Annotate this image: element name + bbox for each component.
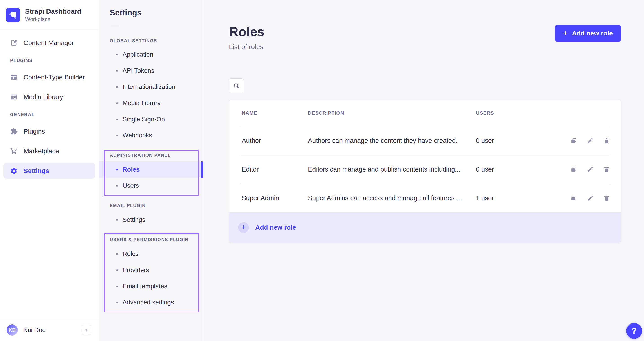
subnav-item-application[interactable]: Application — [99, 46, 203, 63]
subnav-item-label: Single Sign-On — [122, 116, 165, 123]
settings-gear-icon — [10, 167, 18, 175]
table-row-author[interactable]: Author Authors can manage the content th… — [229, 126, 621, 155]
edit-button[interactable] — [587, 195, 594, 202]
role-users-count: 1 user — [476, 194, 561, 202]
bullet-icon — [116, 286, 118, 287]
role-name: Author — [242, 137, 308, 144]
subnav-item-media-library[interactable]: Media Library — [99, 95, 203, 111]
main-content: Roles List of roles + Add new role NAME … — [203, 0, 644, 341]
sidebar-item-content-type-builder[interactable]: Content-Type Builder — [3, 69, 95, 85]
sidebar-item-label: Media Library — [24, 94, 63, 101]
roles-table-card: NAME DESCRIPTION USERS Author Authors ca… — [229, 100, 621, 243]
delete-button[interactable] — [603, 195, 610, 202]
column-header-users: USERS — [476, 110, 561, 116]
subnav-section-administration-panel: ADMINISTRATION PANEL — [99, 152, 203, 158]
content-type-builder-icon — [10, 74, 18, 81]
subnav-item-api-tokens[interactable]: API Tokens — [99, 63, 203, 79]
subnav-item-label: Email templates — [122, 283, 167, 290]
page-heading-block: Roles List of roles — [229, 25, 264, 51]
edit-button[interactable] — [587, 166, 594, 173]
duplicate-icon — [570, 166, 577, 173]
workspace-name: Workplace — [25, 16, 81, 22]
add-new-role-label: Add new role — [572, 30, 613, 37]
role-description: Authors can manage the content they have… — [308, 137, 476, 144]
sidebar-item-label: Settings — [24, 167, 49, 175]
settings-subnav: Settings GLOBAL SETTINGS Application API… — [99, 0, 203, 341]
add-new-role-button[interactable]: + Add new role — [555, 25, 621, 42]
subnav-item-email-settings[interactable]: Settings — [99, 212, 203, 228]
edit-button[interactable] — [587, 137, 594, 144]
user-name: Kai Doe — [23, 326, 46, 334]
sidebar-footer: KD Kai Doe — [0, 318, 98, 341]
delete-button[interactable] — [603, 137, 610, 144]
table-row-super-admin[interactable]: Super Admin Super Admins can access and … — [229, 184, 621, 212]
row-actions — [561, 166, 610, 173]
sidebar-item-plugins[interactable]: Plugins — [3, 124, 95, 139]
sidebar-item-media-library[interactable]: Media Library — [3, 89, 95, 105]
bullet-icon — [116, 219, 118, 221]
page-header: Roles List of roles + Add new role — [229, 25, 621, 51]
sidebar-item-content-manager[interactable]: Content Manager — [3, 35, 95, 51]
collapse-chevron-icon — [84, 328, 89, 332]
brand-text: Strapi Dashboard Workplace — [25, 8, 81, 22]
subnav-item-up-advanced-settings[interactable]: Advanced settings — [99, 294, 203, 310]
subnav-item-admin-roles[interactable]: Roles — [99, 162, 203, 178]
sidebar-item-label: Marketplace — [24, 148, 59, 155]
role-description: Editors can manage and publish contents … — [308, 166, 476, 173]
subnav-item-up-roles[interactable]: Roles — [99, 246, 203, 262]
delete-trash-icon — [603, 166, 610, 173]
brand-block[interactable]: Strapi Dashboard Workplace — [0, 0, 98, 30]
help-button[interactable]: ? — [626, 323, 642, 339]
delete-trash-icon — [603, 137, 610, 144]
role-name: Editor — [242, 166, 308, 173]
bullet-icon — [116, 54, 118, 56]
subnav-item-label: Media Library — [122, 100, 161, 107]
plus-icon: + — [238, 222, 249, 233]
delete-trash-icon — [603, 195, 610, 202]
sidebar-item-label: Plugins — [24, 128, 45, 135]
duplicate-button[interactable] — [570, 137, 577, 144]
bullet-icon — [116, 70, 118, 72]
duplicate-button[interactable] — [570, 195, 577, 202]
subnav-item-admin-users[interactable]: Users — [99, 178, 203, 194]
subnav-item-internationalization[interactable]: Internationalization — [99, 79, 203, 95]
table-row-editor[interactable]: Editor Editors can manage and publish co… — [229, 155, 621, 184]
sidebar-item-label: Content-Type Builder — [24, 74, 84, 81]
subnav-title: Settings — [99, 0, 203, 18]
bullet-icon — [116, 185, 118, 186]
column-header-description: DESCRIPTION — [308, 110, 476, 116]
duplicate-button[interactable] — [570, 166, 577, 173]
sidebar-item-settings[interactable]: Settings — [3, 163, 95, 179]
subnav-item-label: Internationalization — [122, 83, 175, 90]
subnav-item-webhooks[interactable]: Webhooks — [99, 127, 203, 144]
delete-button[interactable] — [603, 166, 610, 173]
search-button[interactable] — [229, 78, 244, 93]
bullet-icon — [116, 302, 118, 303]
bullet-icon — [116, 270, 118, 271]
add-new-role-row-label: Add new role — [255, 224, 296, 231]
page-subtitle: List of roles — [229, 43, 264, 51]
strapi-logo-icon — [6, 8, 20, 22]
collapse-sidebar-button[interactable] — [81, 325, 91, 335]
avatar[interactable]: KD — [6, 324, 18, 336]
bullet-icon — [116, 135, 118, 136]
role-users-count: 0 user — [476, 166, 561, 173]
bullet-icon — [116, 169, 118, 170]
row-actions — [561, 137, 610, 144]
plus-icon: + — [563, 29, 568, 37]
subnav-item-label: Advanced settings — [122, 299, 174, 306]
media-library-icon — [10, 93, 18, 101]
duplicate-icon — [570, 137, 577, 144]
sidebar-item-label: Content Manager — [24, 39, 74, 47]
role-name: Super Admin — [242, 194, 308, 202]
subnav-item-up-email-templates[interactable]: Email templates — [99, 278, 203, 294]
add-new-role-row[interactable]: + Add new role — [229, 212, 621, 243]
subnav-item-label: Roles — [122, 166, 140, 173]
subnav-item-single-sign-on[interactable]: Single Sign-On — [99, 111, 203, 127]
marketplace-icon — [10, 147, 18, 155]
subnav-item-up-providers[interactable]: Providers — [99, 262, 203, 278]
subnav-section-users-permissions-plugin: USERS & PERMISSIONS PLUGIN — [99, 237, 203, 242]
bullet-icon — [116, 118, 118, 120]
sidebar-item-marketplace[interactable]: Marketplace — [3, 143, 95, 159]
column-header-name: NAME — [242, 110, 308, 116]
